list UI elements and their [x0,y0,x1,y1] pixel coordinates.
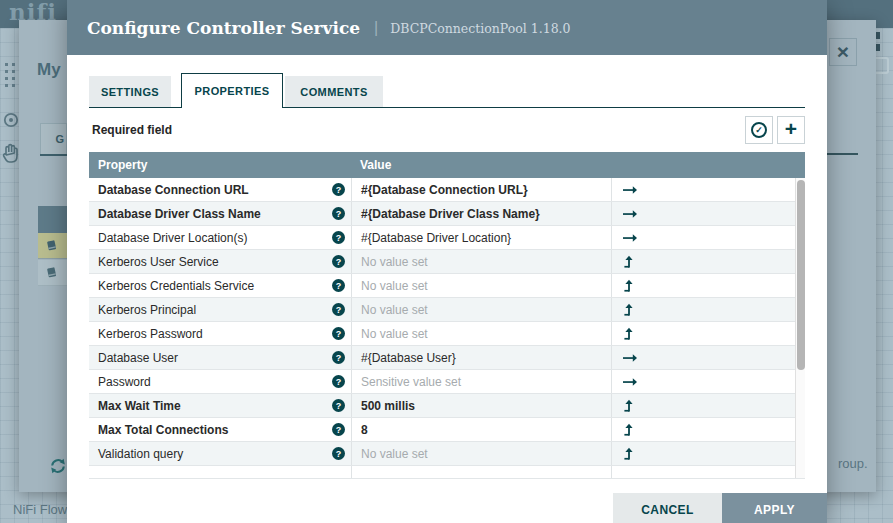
property-value[interactable]: No value set [351,322,611,345]
property-name: Database Driver Class Name [98,207,332,221]
scrollbar-thumb[interactable] [797,180,805,370]
convert-to-parameter-icon[interactable] [622,255,636,269]
book-icon [45,266,58,279]
property-action[interactable] [611,226,795,249]
property-name: Validation query [98,447,332,461]
property-action[interactable] [611,274,795,297]
help-icon[interactable]: ? [332,423,345,436]
property-name: Kerberos User Service [98,255,332,269]
cancel-button[interactable]: CANCEL [613,493,722,523]
property-value[interactable]: 8 [351,418,611,441]
verify-properties-button[interactable]: ✓ [745,116,773,144]
help-icon[interactable]: ? [332,231,345,244]
goto-parameter-icon[interactable] [622,231,638,245]
help-icon[interactable]: ? [332,303,345,316]
apply-button[interactable]: APPLY [722,493,827,523]
breadcrumb[interactable]: NiFi Flow [13,502,67,517]
property-value[interactable]: Sensitive value set [351,370,611,393]
table-row[interactable]: Validation query ? No value set [89,442,795,466]
divider [40,154,67,156]
tab-properties[interactable]: PROPERTIES [181,73,283,108]
property-name: Password [98,375,332,389]
dialog-subtitle: DBCPConnectionPool 1.18.0 [390,19,570,36]
convert-to-parameter-icon[interactable] [622,423,636,437]
property-value[interactable]: 500 millis [351,394,611,417]
tab-comments[interactable]: COMMENTS [285,76,383,107]
property-name: Max Total Connections [98,423,332,437]
convert-to-parameter-icon[interactable] [622,399,636,413]
help-icon[interactable]: ? [332,375,345,388]
title-separator: | [374,19,378,37]
property-name: Kerberos Password [98,327,332,341]
table-body: Database Connection URL ? #{Database Con… [89,178,805,479]
property-action[interactable] [611,370,795,393]
table-row[interactable] [89,466,795,479]
property-action[interactable] [611,178,795,201]
property-value[interactable]: #{Database Driver Location} [351,226,611,249]
goto-parameter-icon[interactable] [622,351,638,365]
help-icon[interactable]: ? [332,327,345,340]
add-property-button[interactable]: + [777,116,805,144]
property-action[interactable] [611,418,795,441]
pan-hand-icon [1,142,21,170]
help-icon[interactable]: ? [332,183,345,196]
scrollbar-track[interactable] [795,178,805,479]
table-row[interactable]: Database Driver Class Name ? #{Database … [89,202,795,226]
check-circle-icon: ✓ [751,122,767,138]
property-value[interactable]: No value set [351,442,611,465]
table-row[interactable]: Database Connection URL ? #{Database Con… [89,178,795,202]
property-value[interactable]: #{Database Driver Class Name} [351,202,611,225]
tab-settings[interactable]: SETTINGS [89,76,171,107]
property-name: Kerberos Principal [98,303,332,317]
property-name: Database Connection URL [98,183,332,197]
convert-to-parameter-icon[interactable] [622,447,636,461]
help-icon[interactable]: ? [332,399,345,412]
help-icon[interactable]: ? [332,351,345,364]
property-value[interactable]: No value set [351,274,611,297]
property-value[interactable]: #{Database User} [351,346,611,369]
property-action[interactable] [611,466,795,479]
table-row[interactable]: Kerberos User Service ? No value set [89,250,795,274]
help-icon[interactable]: ? [332,279,345,292]
table-row[interactable]: Max Total Connections ? 8 [89,418,795,442]
help-icon[interactable]: ? [332,255,345,268]
help-icon[interactable]: ? [332,447,345,460]
help-icon[interactable]: ? [332,207,345,220]
property-value[interactable]: No value set [351,298,611,321]
dimmed-dialog-tab: G [40,123,67,156]
property-action[interactable] [611,202,795,225]
property-value[interactable]: No value set [351,250,611,273]
property-action[interactable] [611,346,795,369]
table-row[interactable]: Password ? Sensitive value set [89,370,795,394]
property-action[interactable] [611,298,795,321]
column-header-value: Value [351,158,611,172]
property-value[interactable]: #{Database Connection URL} [351,178,611,201]
table-row[interactable]: Kerberos Principal ? No value set [89,298,795,322]
property-action[interactable] [611,322,795,345]
property-action[interactable] [611,442,795,465]
convert-to-parameter-icon[interactable] [622,327,636,341]
dimmed-table-row-selected [38,233,67,259]
goto-parameter-icon[interactable] [622,183,638,197]
dimmed-table-header [38,206,67,233]
table-row[interactable]: Database User ? #{Database User} [89,346,795,370]
dimmed-table-row [38,260,67,286]
refresh-icon [40,451,67,481]
close-icon: × [829,38,857,66]
table-row[interactable]: Max Wait Time ? 500 millis [89,394,795,418]
convert-to-parameter-icon[interactable] [622,303,636,317]
table-row[interactable]: Kerberos Password ? No value set [89,322,795,346]
goto-parameter-icon[interactable] [622,375,638,389]
book-icon [45,239,58,252]
plus-icon: + [785,119,797,141]
required-field-label: Required field [92,123,172,137]
convert-to-parameter-icon[interactable] [622,279,636,293]
table-row[interactable]: Kerberos Credentials Service ? No value … [89,274,795,298]
property-value[interactable] [351,466,611,479]
dimmed-dialog-text: roup. [838,456,868,471]
property-action[interactable] [611,250,795,273]
table-row[interactable]: Database Driver Location(s) ? #{Database… [89,226,795,250]
goto-parameter-icon[interactable] [622,207,638,221]
navigate-icon [3,112,19,132]
property-action[interactable] [611,394,795,417]
